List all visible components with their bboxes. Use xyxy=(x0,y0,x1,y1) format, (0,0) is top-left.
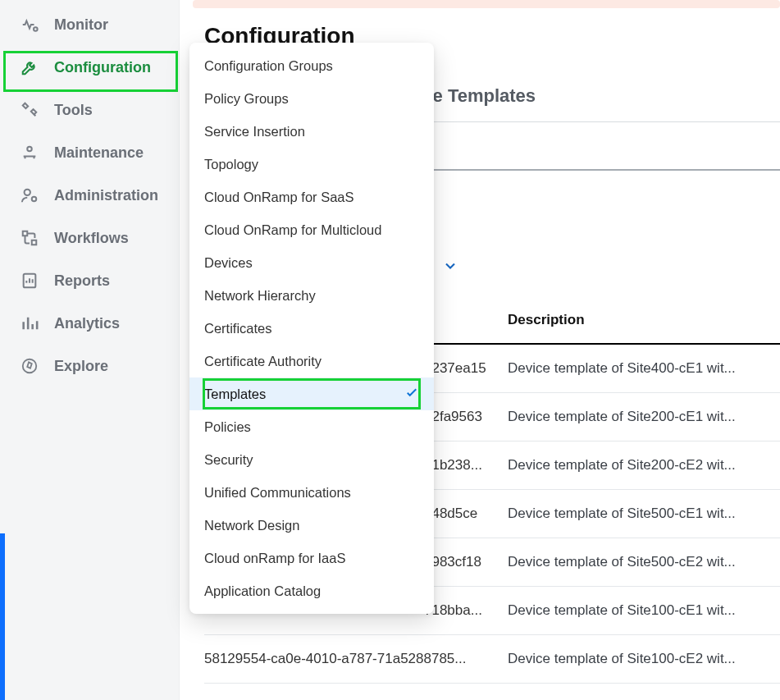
submenu-item-label: Templates xyxy=(204,387,266,402)
svg-point-1 xyxy=(27,147,32,152)
submenu-item-label: Network Design xyxy=(204,518,299,533)
submenu-item-label: Service Insertion xyxy=(204,124,305,140)
submenu-item-label: Cloud onRamp for IaaS xyxy=(204,551,345,566)
sidebar-item-label: Analytics xyxy=(54,315,120,332)
svg-rect-5 xyxy=(32,240,37,245)
sidebar-item-monitor[interactable]: Monitor xyxy=(0,3,179,46)
gear-rack-icon xyxy=(20,143,39,162)
submenu-item-label: Unified Communications xyxy=(204,485,351,501)
bar-chart-icon xyxy=(20,313,39,333)
svg-point-7 xyxy=(23,359,37,373)
wrench-icon xyxy=(20,57,39,77)
submenu-item-label: Configuration Groups xyxy=(204,58,333,74)
compass-icon xyxy=(20,356,39,376)
svg-point-3 xyxy=(32,197,37,202)
template-description-cell: Device template of Site200-cE2 wit... xyxy=(508,457,762,474)
sidebar-item-administration[interactable]: Administration xyxy=(0,174,179,217)
template-description-cell: Device template of Site100-cE2 wit... xyxy=(508,651,762,667)
submenu-item-label: Policies xyxy=(204,419,251,435)
report-icon xyxy=(20,271,39,291)
sidebar-item-label: Explore xyxy=(54,358,108,375)
submenu-item-certificate-authority[interactable]: Certificate Authority ✓ xyxy=(189,345,434,377)
submenu-item-label: Certificate Authority xyxy=(204,354,322,369)
submenu-item-unified-communications[interactable]: Unified Communications ✓ xyxy=(189,476,434,509)
sidebar-item-label: Reports xyxy=(54,272,110,290)
sidebar-item-tools[interactable]: Tools xyxy=(0,89,179,131)
sidebar-item-label: Tools xyxy=(54,102,93,119)
submenu-item-label: Topology xyxy=(204,157,258,172)
submenu-item-network-design[interactable]: Network Design ✓ xyxy=(189,509,434,542)
submenu-item-label: Cloud OnRamp for SaaS xyxy=(204,190,354,205)
submenu-item-templates[interactable]: Templates xyxy=(189,377,434,410)
template-description-cell: Device template of Site200-cE1 wit... xyxy=(508,409,762,425)
submenu-item-label: Application Catalog xyxy=(204,583,321,599)
template-description-cell: Device template of Site400-cE1 wit... xyxy=(508,360,762,377)
submenu-item-cloud-onramp-iaas[interactable]: Cloud onRamp for IaaS ✓ xyxy=(189,542,434,574)
table-header-description[interactable]: Description xyxy=(508,312,762,328)
submenu-item-label: Certificates xyxy=(204,321,272,336)
template-description-cell: Device template of Site100-cE1 wit... xyxy=(508,602,762,619)
chevron-down-icon[interactable] xyxy=(442,258,458,278)
tab-feature-templates-fragment[interactable]: re Templates xyxy=(426,85,536,107)
sidebar-item-maintenance[interactable]: Maintenance xyxy=(0,131,179,174)
submenu-item-topology[interactable]: Topology ✓ xyxy=(189,148,434,181)
submenu-item-security[interactable]: Security ✓ xyxy=(189,443,434,476)
submenu-item-policies[interactable]: Policies ✓ xyxy=(189,410,434,443)
submenu-item-label: Security xyxy=(204,452,253,468)
sidebar: Monitor Configuration Tools Maintenance xyxy=(0,0,180,700)
user-gear-icon xyxy=(20,185,39,205)
sidebar-item-label: Administration xyxy=(54,187,158,204)
svg-point-2 xyxy=(25,190,30,195)
submenu-item-configuration-groups[interactable]: Configuration Groups ✓ xyxy=(189,49,434,82)
active-indicator-bar xyxy=(0,533,5,700)
sidebar-item-label: Workflows xyxy=(54,230,129,247)
svg-point-0 xyxy=(34,27,38,31)
sidebar-item-workflows[interactable]: Workflows xyxy=(0,217,179,259)
sidebar-item-explore[interactable]: Explore xyxy=(0,345,179,387)
heartbeat-icon xyxy=(20,15,39,34)
sidebar-item-label: Configuration xyxy=(54,59,151,76)
template-description-cell: Device template of Site500-cE1 wit... xyxy=(508,506,762,522)
submenu-item-application-catalog[interactable]: Application Catalog ✓ xyxy=(189,574,434,607)
sidebar-item-reports[interactable]: Reports xyxy=(0,259,179,302)
sidebar-item-label: Monitor xyxy=(54,16,108,34)
sidebar-item-configuration[interactable]: Configuration xyxy=(0,46,179,89)
submenu-item-cloud-onramp-multicloud[interactable]: Cloud OnRamp for Multicloud ✓ xyxy=(189,213,434,246)
template-id-cell: 58129554-ca0e-4010-a787-71a5288785... xyxy=(204,651,508,667)
submenu-item-label: Network Hierarchy xyxy=(204,288,316,304)
sidebar-item-label: Maintenance xyxy=(54,144,144,162)
tools-icon xyxy=(20,100,39,120)
configuration-submenu: Configuration Groups ✓ Policy Groups ✓ S… xyxy=(189,43,434,614)
workflow-icon xyxy=(20,228,39,248)
submenu-item-certificates[interactable]: Certificates ✓ xyxy=(189,312,434,345)
template-description-cell: Device template of Site500-cE2 wit... xyxy=(508,554,762,570)
submenu-item-policy-groups[interactable]: Policy Groups ✓ xyxy=(189,82,434,115)
submenu-item-service-insertion[interactable]: Service Insertion ✓ xyxy=(189,115,434,148)
svg-rect-4 xyxy=(23,231,28,236)
sidebar-item-analytics[interactable]: Analytics xyxy=(0,302,179,345)
check-icon xyxy=(404,385,419,404)
submenu-item-label: Cloud OnRamp for Multicloud xyxy=(204,222,381,238)
alert-banner xyxy=(193,0,780,8)
submenu-item-cloud-onramp-saas[interactable]: Cloud OnRamp for SaaS ✓ xyxy=(189,181,434,213)
submenu-item-network-hierarchy[interactable]: Network Hierarchy ✓ xyxy=(189,279,434,312)
submenu-item-devices[interactable]: Devices ✓ xyxy=(189,246,434,279)
submenu-item-label: Policy Groups xyxy=(204,91,289,107)
submenu-item-label: Devices xyxy=(204,255,253,271)
app-root: Monitor Configuration Tools Maintenance xyxy=(0,0,780,700)
table-row[interactable]: 58129554-ca0e-4010-a787-71a5288785... De… xyxy=(204,635,780,684)
